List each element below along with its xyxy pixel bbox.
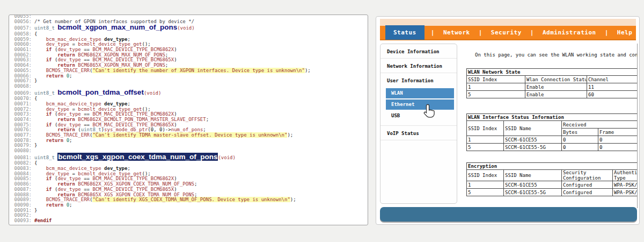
code-token: ; bbox=[194, 181, 197, 187]
code-token bbox=[34, 181, 57, 187]
code-token: ); bbox=[305, 68, 311, 73]
column-header: Channel bbox=[587, 76, 638, 83]
line-number: 00068: bbox=[14, 84, 32, 89]
table-title: WLAN Network State bbox=[467, 69, 638, 76]
code-line: 00090: return 0; bbox=[14, 203, 368, 208]
sidebar-item-voip-status[interactable]: VoIP Status bbox=[380, 126, 457, 140]
code-token: (); bbox=[142, 106, 151, 112]
code-token: ; bbox=[206, 117, 209, 122]
code-token: ) bbox=[174, 187, 177, 192]
table-cell: SCCM-61CE55-5G bbox=[504, 144, 562, 151]
column-header: Authentication Type bbox=[613, 170, 638, 181]
code-token: uint8_t bbox=[34, 90, 57, 96]
table-cell: 0 bbox=[598, 144, 638, 151]
code-token: ( bbox=[75, 127, 81, 132]
code-token: dev_type bbox=[104, 101, 127, 106]
code-token: ( bbox=[52, 57, 58, 62]
code-token: sys_mode_db_ptr bbox=[104, 127, 148, 132]
code-token: ) bbox=[174, 122, 177, 127]
code-token: return bbox=[57, 181, 75, 187]
code-token bbox=[34, 117, 57, 122]
sidebar-item-device-information[interactable]: Device Information bbox=[380, 44, 457, 59]
line-number: 00080: bbox=[14, 148, 32, 154]
code-token: ; bbox=[165, 52, 168, 58]
table-title: Encryption bbox=[467, 163, 638, 170]
sidebar-item-user-information[interactable]: User Information bbox=[380, 73, 457, 87]
code-token: ; bbox=[69, 202, 72, 208]
code-token: dev_type bbox=[57, 57, 80, 62]
column-header: Received bbox=[562, 121, 638, 129]
code-token bbox=[34, 37, 46, 42]
status-content: On this page, you can see the WLAN worki… bbox=[463, 44, 638, 208]
nav-separator: | bbox=[605, 29, 609, 36]
code-line: 00067:} bbox=[14, 79, 368, 84]
table-cell: SCCM-61CE55 bbox=[504, 181, 562, 189]
column-header: Frame bbox=[598, 129, 638, 136]
code-token bbox=[34, 57, 46, 62]
sidebar-item-network-information[interactable]: Network Information bbox=[380, 59, 457, 73]
code-token: == bbox=[81, 47, 93, 52]
nav-tab-help[interactable]: Help bbox=[615, 29, 635, 36]
table-cell: Configured bbox=[562, 189, 613, 196]
code-token: ; bbox=[194, 192, 197, 197]
code-token: == bbox=[81, 57, 93, 62]
sidebar-subitem-ethernet[interactable]: Ethernet bbox=[386, 99, 454, 110]
code-token: } bbox=[34, 208, 37, 213]
code-token: dev_type bbox=[57, 187, 80, 192]
code-token: == bbox=[81, 111, 93, 117]
table-cell: SCCM-61CE55-5G bbox=[504, 189, 562, 196]
code-line: 00081:uint8_t bcmolt_xgs_xgpon_coex_tdma… bbox=[14, 154, 368, 161]
code-token: if bbox=[46, 176, 52, 181]
code-token: dev_type bbox=[104, 166, 127, 171]
code-token: ) bbox=[174, 111, 177, 117]
code-token: ( bbox=[52, 176, 58, 181]
code-line: 00066: return 0; bbox=[14, 74, 368, 79]
table-cell: 0 bbox=[562, 144, 598, 151]
code-token: ; bbox=[127, 101, 130, 106]
column-header: SSID Index bbox=[467, 170, 504, 181]
code-token bbox=[34, 68, 46, 73]
nav-tab-status[interactable]: Status bbox=[385, 25, 425, 40]
code-token: dev_type bbox=[57, 111, 80, 117]
encryption-table: Encryption SSID Index SSID Name Security… bbox=[466, 162, 638, 196]
code-token bbox=[34, 187, 46, 192]
code-token: BCM6862X_BCMOLT_PON_TDMA_MASTER_SLAVE_OF… bbox=[78, 117, 206, 122]
sidebar-subitem-usb[interactable]: USB bbox=[386, 111, 454, 120]
nav-tab-network[interactable]: Network bbox=[441, 29, 472, 36]
code-token: == bbox=[81, 187, 93, 192]
page-description: On this page, you can see the WLAN worki… bbox=[475, 52, 638, 58]
code-token: BCM_MAC_DEVICE_TYPE_BCM6865X bbox=[92, 122, 174, 127]
code-token: BCM_MAC_DEVICE_TYPE_BCM6862X bbox=[92, 176, 174, 181]
nav-tab-administration[interactable]: Administration bbox=[540, 29, 598, 36]
code-token: bcmolt_device_type_get bbox=[78, 106, 142, 112]
code-token: dev_type bbox=[46, 171, 69, 176]
line-number: 00056: bbox=[14, 19, 32, 25]
sidebar-subitem-wlan[interactable]: WLAN bbox=[386, 88, 454, 98]
code-token: BCM_MAC_DEVICE_TYPE_BCM6865X bbox=[92, 187, 174, 192]
page: 00055:00056:/* Get number of GPON interf… bbox=[0, 0, 644, 242]
code-line: 00092: bbox=[14, 213, 368, 218]
code-token: BCM6862X_XGPON_MAX_NUM_OF_PONS bbox=[78, 52, 165, 58]
code-token: if bbox=[46, 57, 52, 62]
code-token: return bbox=[57, 62, 75, 68]
sidebar: Device Information Network Information U… bbox=[380, 44, 457, 204]
column-header: Bytes bbox=[562, 129, 598, 136]
code-token: = bbox=[69, 171, 78, 176]
code-token: BCM_MAC_DEVICE_TYPE_BCM6862X bbox=[92, 47, 174, 52]
table-cell: Enable bbox=[525, 83, 587, 91]
code-token bbox=[34, 101, 46, 106]
code-token: BCM_MAC_DEVICE_TYPE_BCM6862X bbox=[92, 111, 174, 117]
code-token: } bbox=[34, 143, 37, 148]
code-token: BCMOS_TRACE_ERR bbox=[46, 68, 90, 73]
code-token: { bbox=[34, 160, 37, 166]
code-token: == bbox=[81, 176, 93, 181]
code-token: ) bbox=[174, 57, 177, 62]
code-token: bcm_mac_device_type bbox=[46, 101, 101, 106]
code-token: if bbox=[46, 111, 52, 117]
table-cell: 0 bbox=[598, 136, 638, 144]
column-header: SSID Index bbox=[467, 121, 504, 136]
column-header: Security Configuration bbox=[562, 170, 613, 181]
table-cell: 1 bbox=[467, 181, 504, 189]
nav-tab-security[interactable]: Security bbox=[489, 29, 524, 36]
code-lines: 00055:00056:/* Get number of GPON interf… bbox=[14, 15, 368, 224]
